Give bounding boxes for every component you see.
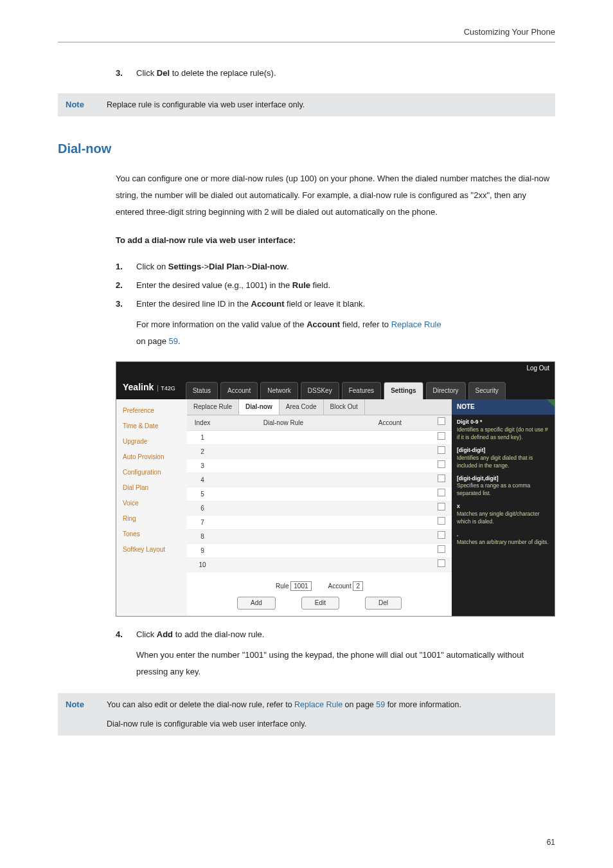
checkbox[interactable] (438, 446, 445, 454)
table-row: 5 (187, 487, 452, 502)
cell-index: 6 (187, 502, 218, 516)
edit-button[interactable]: Edit (301, 597, 339, 610)
sidebar-item-time-date[interactable]: Time & Date (116, 419, 187, 434)
bold: Dial Plan (209, 262, 244, 271)
step-3-pre: 3. Click Del to delete the replace rule(… (116, 67, 555, 80)
account-input[interactable]: 2 (353, 581, 363, 591)
text: Dial-now rule is configurable via web us… (107, 718, 461, 730)
tab-settings[interactable]: Settings (384, 382, 423, 399)
link-page[interactable]: 59 (376, 700, 385, 709)
note-panel-head: NOTE (452, 399, 555, 415)
tab-account[interactable]: Account (220, 382, 258, 399)
th-account: Account (349, 415, 431, 431)
checkbox[interactable] (438, 559, 445, 567)
text: . (178, 336, 181, 346)
intro-paragraph: You can configure one or more dial-now r… (116, 170, 555, 221)
table-row: 3 (187, 459, 452, 473)
step-number: 4. (116, 628, 127, 642)
link-page[interactable]: 59 (169, 336, 178, 346)
note-item-text: Identifies any digit dialed that is incl… (457, 455, 549, 470)
checkbox[interactable] (438, 489, 445, 496)
table-row: 8 (187, 530, 452, 544)
text: -> (201, 262, 209, 271)
checkbox[interactable] (438, 545, 445, 553)
sidebar-item-ring[interactable]: Ring (116, 511, 187, 527)
sidebar-item-auto-provision[interactable]: Auto Provision (116, 449, 187, 465)
th-index: Index (187, 415, 218, 431)
subtab-block-out[interactable]: Block Out (324, 399, 365, 415)
checkbox[interactable] (438, 475, 445, 482)
note-item-head: . (457, 531, 549, 539)
subtab-dial-now[interactable]: Dial-now (239, 399, 280, 415)
text: field or leave it blank. (285, 299, 366, 309)
sidebar-item-softkey-layout[interactable]: Softkey Layout (116, 542, 187, 557)
text: -> (244, 262, 252, 271)
cell-index: 4 (187, 473, 218, 487)
sidebar-item-configuration[interactable]: Configuration (116, 465, 187, 480)
link-replace-rule[interactable]: Replace Rule (294, 700, 342, 709)
rule-input[interactable]: 1001 (290, 581, 311, 591)
sidebar-item-tones[interactable]: Tones (116, 527, 187, 542)
note-text: Replace rule is configurable via web use… (107, 98, 305, 111)
label-rule: Rule (276, 583, 289, 590)
note-item: [digit-digit]Identifies any digit dialed… (457, 447, 549, 470)
subtab-replace-rule[interactable]: Replace Rule (187, 399, 239, 415)
note-item: xMatches any single digit/character whic… (457, 503, 549, 526)
checkbox[interactable] (438, 460, 445, 468)
note-item: [digit-digit,digit]Specifies a range as … (457, 475, 549, 498)
note-box: Note Replace rule is configurable via we… (58, 93, 555, 117)
bold: Settings (168, 262, 201, 271)
table-row: 9 (187, 544, 452, 558)
step-4: 4. Click Add to add the dial-now rule. (116, 628, 555, 642)
note-item-text: Matches an arbitrary number of digits. (457, 539, 549, 547)
tab-security[interactable]: Security (468, 382, 506, 399)
del-button[interactable]: Del (365, 597, 402, 610)
screenshot: Log Out Yealink T42G Status Account Netw… (116, 361, 555, 617)
checkbox-all[interactable] (438, 417, 445, 425)
logout-link[interactable]: Log Out (526, 363, 549, 374)
checkbox[interactable] (438, 531, 445, 539)
text: field. (310, 280, 330, 290)
checkbox[interactable] (438, 432, 445, 440)
section-heading: Dial-now (58, 138, 555, 159)
text: You can also edit or delete the dial-now… (107, 700, 294, 709)
note-item-text: Specifies a range as a comma separated l… (457, 482, 549, 498)
text: . (287, 262, 289, 271)
text: on page (342, 700, 376, 709)
subtab-area-code[interactable]: Area Code (280, 399, 324, 415)
text: Click (136, 629, 157, 639)
tab-features[interactable]: Features (342, 382, 381, 399)
text: For more information on the valid value … (136, 320, 306, 329)
text: field, refer to (340, 320, 391, 329)
step-number: 1. (116, 260, 127, 274)
sidebar-item-preference[interactable]: Preference (116, 403, 187, 419)
sidebar-item-voice[interactable]: Voice (116, 496, 187, 511)
tab-network[interactable]: Network (260, 382, 298, 399)
text: to delete the replace rule(s). (170, 68, 276, 78)
tab-dsskey[interactable]: DSSKey (301, 382, 339, 399)
sidebar: Preference Time & Date Upgrade Auto Prov… (116, 399, 187, 616)
logo-model: T42G (157, 385, 175, 392)
table-row: 7 (187, 516, 452, 530)
bold: Account (251, 299, 285, 309)
checkbox[interactable] (438, 517, 445, 525)
rule-form: Rule 1001 Account 2 (187, 572, 452, 594)
checkbox[interactable] (438, 503, 445, 511)
add-button[interactable]: Add (237, 597, 276, 610)
subheading: To add a dial-now rule via web user inte… (116, 232, 555, 249)
text: for more information. (385, 700, 461, 709)
tab-directory[interactable]: Directory (426, 382, 466, 399)
step-3: 3. Enter the desired line ID in the Acco… (116, 298, 555, 311)
sidebar-item-dial-plan[interactable]: Dial Plan (116, 480, 187, 496)
tab-status[interactable]: Status (186, 382, 218, 399)
bold: Rule (292, 280, 310, 290)
step-2: 2. Enter the desired value (e.g., 1001) … (116, 279, 555, 293)
note-panel: NOTE Digit 0-9 *Identifies a specific di… (452, 399, 555, 616)
sidebar-item-upgrade[interactable]: Upgrade (116, 434, 187, 449)
bold: Account (306, 320, 340, 329)
step-number: 2. (116, 279, 127, 293)
link-replace-rule[interactable]: Replace Rule (391, 320, 441, 329)
text: on page (136, 336, 169, 346)
bold: Add (157, 629, 173, 639)
bold: Del (157, 68, 170, 78)
